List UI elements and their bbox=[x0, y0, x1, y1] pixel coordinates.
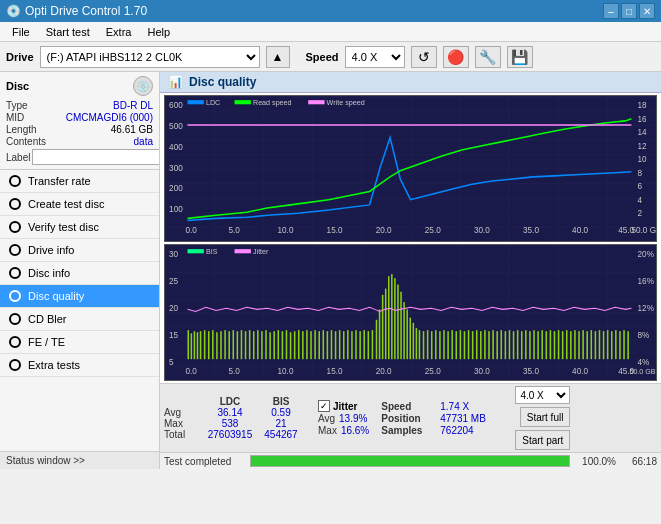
burn-button[interactable]: 🔴 bbox=[443, 46, 469, 68]
disc-label-row: Label ✎ bbox=[6, 149, 153, 165]
start-part-button[interactable]: Start part bbox=[515, 430, 570, 450]
sidebar-item-disc-info[interactable]: Disc info bbox=[0, 262, 159, 285]
svg-rect-129 bbox=[447, 331, 449, 359]
svg-rect-73 bbox=[233, 330, 235, 359]
jitter-avg-label: Avg bbox=[318, 413, 335, 424]
sidebar-item-disc-quality[interactable]: Disc quality bbox=[0, 285, 159, 308]
start-full-button[interactable]: Start full bbox=[520, 407, 571, 427]
svg-rect-170 bbox=[615, 330, 617, 359]
svg-text:40.0: 40.0 bbox=[572, 226, 588, 235]
svg-rect-110 bbox=[382, 295, 384, 359]
menu-start-test[interactable]: Start test bbox=[38, 24, 98, 40]
status-window-button[interactable]: Status window >> bbox=[0, 451, 159, 469]
refresh-button[interactable]: ↺ bbox=[411, 46, 437, 68]
svg-rect-157 bbox=[562, 331, 564, 359]
menu-extra[interactable]: Extra bbox=[98, 24, 140, 40]
svg-rect-120 bbox=[413, 323, 415, 359]
svg-rect-101 bbox=[347, 330, 349, 359]
extra-tests-label: Extra tests bbox=[28, 359, 80, 371]
svg-text:16: 16 bbox=[638, 115, 648, 124]
progress-bar bbox=[250, 455, 570, 467]
svg-rect-132 bbox=[460, 330, 462, 359]
svg-rect-161 bbox=[578, 331, 580, 359]
bottom-chart-svg: 30 25 20 15 5 20% 16% 12% 8% 4% 0.0 5.0 … bbox=[165, 245, 656, 380]
fe-te-label: FE / TE bbox=[28, 336, 65, 348]
svg-rect-173 bbox=[627, 331, 629, 359]
disc-info-label: Disc info bbox=[28, 267, 70, 279]
svg-text:5: 5 bbox=[169, 359, 174, 368]
position-key: Position bbox=[381, 413, 436, 424]
svg-rect-89 bbox=[298, 330, 300, 359]
svg-text:35.0: 35.0 bbox=[523, 367, 539, 376]
speed-select[interactable]: 4.0 X bbox=[345, 46, 405, 68]
drive-select[interactable]: (F:) ATAPI iHBS112 2 CL0K bbox=[40, 46, 260, 68]
svg-rect-67 bbox=[208, 331, 210, 359]
svg-rect-103 bbox=[355, 330, 357, 359]
svg-text:14: 14 bbox=[638, 128, 648, 137]
avg-label: Avg bbox=[164, 407, 204, 418]
menu-file[interactable]: File bbox=[4, 24, 38, 40]
svg-rect-86 bbox=[286, 330, 288, 359]
total-bis-value: 454267 bbox=[256, 429, 306, 440]
svg-rect-125 bbox=[431, 331, 433, 359]
svg-rect-122 bbox=[419, 330, 421, 359]
jitter-max-row: Max 16.6% bbox=[318, 425, 369, 436]
close-button[interactable]: ✕ bbox=[639, 3, 655, 19]
maximize-button[interactable]: □ bbox=[621, 3, 637, 19]
svg-text:18: 18 bbox=[638, 101, 648, 110]
disc-type-label: Type bbox=[6, 100, 28, 111]
svg-rect-128 bbox=[443, 330, 445, 359]
stats-footer: LDC BIS Avg 36.14 0.59 Max 538 21 Total … bbox=[160, 383, 661, 452]
title-bar-controls: – □ ✕ bbox=[603, 3, 655, 19]
disc-header: Disc 💿 bbox=[6, 76, 153, 96]
svg-text:500: 500 bbox=[169, 122, 183, 131]
progress-fill bbox=[251, 456, 569, 466]
bis-header: BIS bbox=[256, 396, 306, 407]
status-text: Test completed bbox=[164, 456, 244, 467]
sidebar-item-fe-te[interactable]: FE / TE bbox=[0, 331, 159, 354]
sidebar-item-verify-test-disc[interactable]: Verify test disc bbox=[0, 216, 159, 239]
bottom-chart: 30 25 20 15 5 20% 16% 12% 8% 4% 0.0 5.0 … bbox=[164, 244, 657, 381]
disc-length-value: 46.61 GB bbox=[111, 124, 153, 135]
sidebar-item-create-test-disc[interactable]: Create test disc bbox=[0, 193, 159, 216]
save-button[interactable]: 💾 bbox=[507, 46, 533, 68]
svg-rect-104 bbox=[359, 331, 361, 359]
drive-eject-button[interactable]: ▲ bbox=[266, 46, 290, 68]
svg-rect-111 bbox=[385, 289, 387, 360]
jitter-checkbox[interactable]: ✓ bbox=[318, 400, 330, 412]
svg-rect-80 bbox=[261, 331, 263, 359]
app-icon: 💿 bbox=[6, 4, 21, 18]
drive-toolbar: Drive (F:) ATAPI iHBS112 2 CL0K ▲ Speed … bbox=[0, 42, 661, 72]
menu-help[interactable]: Help bbox=[139, 24, 178, 40]
svg-text:25: 25 bbox=[169, 278, 179, 287]
svg-rect-138 bbox=[484, 330, 486, 359]
svg-rect-130 bbox=[451, 330, 453, 359]
svg-rect-63 bbox=[194, 331, 196, 359]
svg-rect-114 bbox=[394, 278, 396, 359]
sidebar-item-cd-bler[interactable]: CD Bler bbox=[0, 308, 159, 331]
svg-text:0.0: 0.0 bbox=[185, 226, 197, 235]
svg-text:2: 2 bbox=[638, 209, 643, 218]
svg-rect-79 bbox=[257, 330, 259, 359]
disc-label-input[interactable] bbox=[32, 149, 160, 165]
test-speed-select[interactable]: 4.0 X bbox=[515, 386, 570, 404]
svg-rect-123 bbox=[423, 331, 425, 359]
sidebar-item-transfer-rate[interactable]: Transfer rate bbox=[0, 170, 159, 193]
svg-rect-1 bbox=[165, 96, 656, 241]
svg-text:10.0: 10.0 bbox=[278, 367, 294, 376]
disc-mid-row: MID CMCMAGDI6 (000) bbox=[6, 112, 153, 123]
svg-rect-160 bbox=[574, 330, 576, 359]
settings-button[interactable]: 🔧 bbox=[475, 46, 501, 68]
svg-text:4: 4 bbox=[638, 196, 643, 205]
svg-rect-164 bbox=[591, 330, 593, 359]
top-chart: 600 500 400 300 200 100 18 16 14 12 10 8… bbox=[164, 95, 657, 242]
progress-time: 66:18 bbox=[622, 456, 657, 467]
stats-row: LDC BIS Avg 36.14 0.59 Max 538 21 Total … bbox=[164, 386, 657, 450]
svg-rect-141 bbox=[496, 331, 498, 359]
disc-panel: Disc 💿 Type BD-R DL MID CMCMAGDI6 (000) … bbox=[0, 72, 159, 170]
sidebar-item-extra-tests[interactable]: Extra tests bbox=[0, 354, 159, 377]
jitter-section: ✓ Jitter Avg 13.9% Max 16.6% bbox=[318, 400, 369, 436]
svg-text:5.0: 5.0 bbox=[228, 226, 240, 235]
minimize-button[interactable]: – bbox=[603, 3, 619, 19]
sidebar-item-drive-info[interactable]: Drive info bbox=[0, 239, 159, 262]
